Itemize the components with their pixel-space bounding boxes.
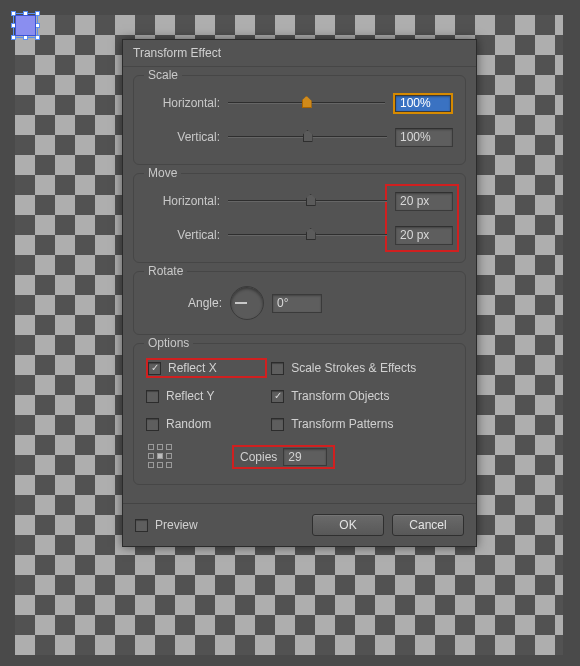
transform-patterns-label: Transform Patterns bbox=[291, 417, 393, 431]
random-label: Random bbox=[166, 417, 211, 431]
scale-h-value-focus: 100% bbox=[393, 93, 453, 114]
move-v-label: Vertical: bbox=[146, 228, 220, 242]
transform-patterns-checkbox[interactable] bbox=[271, 418, 284, 431]
dialog-titlebar[interactable]: Transform Effect bbox=[123, 40, 476, 67]
scale-v-input[interactable]: 100% bbox=[395, 128, 453, 147]
move-h-slider[interactable] bbox=[228, 192, 387, 210]
move-legend: Move bbox=[144, 166, 181, 180]
scale-h-label: Horizontal: bbox=[146, 96, 220, 110]
scale-v-slider[interactable] bbox=[228, 128, 387, 146]
reflect-y-label: Reflect Y bbox=[166, 389, 214, 403]
move-h-input[interactable]: 20 px bbox=[395, 192, 453, 211]
move-h-label: Horizontal: bbox=[146, 194, 220, 208]
angle-dial[interactable] bbox=[230, 286, 264, 320]
dialog-footer: Preview OK Cancel bbox=[123, 503, 476, 546]
random-checkbox[interactable] bbox=[146, 418, 159, 431]
options-legend: Options bbox=[144, 336, 193, 350]
highlight-box: Reflect X bbox=[146, 358, 267, 378]
preview-checkbox[interactable] bbox=[135, 519, 148, 532]
scale-legend: Scale bbox=[144, 68, 182, 82]
reflect-y-checkbox[interactable] bbox=[146, 390, 159, 403]
angle-input[interactable]: 0° bbox=[272, 294, 322, 313]
scale-h-slider[interactable] bbox=[228, 94, 385, 112]
options-fieldset: Options Reflect X Scale Strokes & Effect… bbox=[133, 343, 466, 485]
transform-objects-checkbox[interactable] bbox=[271, 390, 284, 403]
highlight-box: Copies 29 bbox=[232, 445, 335, 469]
ok-button[interactable]: OK bbox=[312, 514, 384, 536]
move-v-input[interactable]: 20 px bbox=[395, 226, 453, 245]
rotate-legend: Rotate bbox=[144, 264, 187, 278]
artboard-object[interactable] bbox=[15, 15, 36, 36]
scale-v-label: Vertical: bbox=[146, 130, 220, 144]
reflect-x-checkbox[interactable] bbox=[148, 362, 161, 375]
reflect-x-label: Reflect X bbox=[168, 361, 217, 375]
reference-point-selector[interactable] bbox=[148, 444, 174, 470]
cancel-button[interactable]: Cancel bbox=[392, 514, 464, 536]
dialog-title: Transform Effect bbox=[133, 46, 221, 60]
transform-objects-label: Transform Objects bbox=[291, 389, 389, 403]
angle-pointer bbox=[235, 302, 247, 304]
angle-label: Angle: bbox=[188, 296, 222, 310]
scale-h-input[interactable]: 100% bbox=[395, 95, 451, 112]
move-v-slider[interactable] bbox=[228, 226, 387, 244]
copies-input[interactable]: 29 bbox=[283, 448, 327, 466]
move-fieldset: Move Horizontal: 20 px Vertical: 20 px bbox=[133, 173, 466, 263]
scale-strokes-label: Scale Strokes & Effects bbox=[291, 361, 416, 375]
preview-label: Preview bbox=[155, 518, 198, 532]
transform-effect-dialog: Transform Effect Scale Horizontal: 100% … bbox=[122, 39, 477, 547]
scale-strokes-checkbox[interactable] bbox=[271, 362, 284, 375]
copies-label: Copies bbox=[240, 450, 277, 464]
scale-fieldset: Scale Horizontal: 100% Vertical: 100% bbox=[133, 75, 466, 165]
rotate-fieldset: Rotate Angle: 0° bbox=[133, 271, 466, 335]
